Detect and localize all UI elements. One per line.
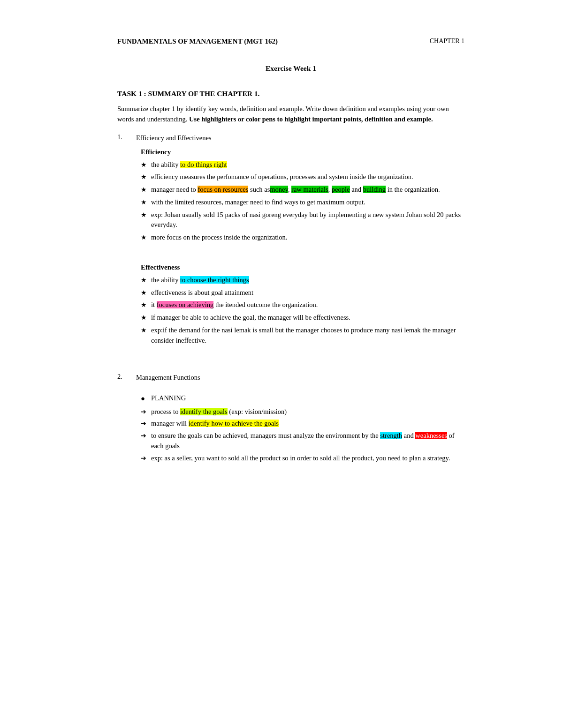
effectiveness-item-2: ★ effectiveness is about goal attainment [141, 288, 464, 298]
planning-arrow-2-text: manager will identify how to achieve the… [151, 419, 464, 429]
highlight-weaknesses: weaknesses [415, 432, 447, 439]
planning-arrow-4: ➔ exp: as a seller, you want to sold all… [141, 453, 464, 464]
numbered-item-1: 1. Efficiency and Effectivenes [117, 133, 464, 143]
effectiveness-item-1: ★ the ability to choose the right things [141, 275, 464, 285]
item-1-num: 1. [117, 133, 136, 143]
highlight-people: people [332, 186, 350, 193]
numbered-item-2: 2. Management Functions [117, 373, 464, 383]
effectiveness-item-2-text: effectiveness is about goal attainment [151, 288, 464, 298]
page: FUNDAMENTALS OF MANAGEMENT (MGT 162) CHA… [70, 0, 493, 503]
spacer-4 [117, 388, 464, 393]
highlight-raw-materials: raw materials [291, 186, 328, 193]
highlight-building: building [363, 186, 386, 193]
planning-arrow-1-text: process to identify the goals (exp: visi… [151, 407, 464, 417]
star-icon-4: ★ [141, 197, 151, 207]
highlight-strength: strength [380, 432, 402, 439]
planning-arrow-3: ➔ to ensure the goals can be achieved, m… [141, 431, 464, 451]
effectiveness-item-5: ★ exp:if the demand for the nasi lemak i… [141, 325, 464, 346]
header: FUNDAMENTALS OF MANAGEMENT (MGT 162) CHA… [117, 38, 464, 45]
highlight-todo-things-right: to do things right [180, 161, 227, 168]
effectiveness-item-3-text: it focuses on achieving the itended outc… [151, 300, 464, 310]
effectiveness-item-4-text: if manager be able to achieve the goal, … [151, 313, 464, 323]
planning-label: PLANNING [151, 393, 186, 404]
chapter-label: CHAPTER 1 [430, 38, 464, 45]
efficiency-item-5: ★ exp: Johan usually sold 15 packs of na… [141, 210, 464, 231]
arrow-icon-4: ➔ [141, 453, 151, 463]
effectiveness-item-5-text: exp:if the demand for the nasi lemak is … [151, 325, 464, 346]
efficiency-item-6-text: more focus on the process inside the org… [151, 233, 464, 243]
efficiency-item-6: ★ more focus on the process inside the o… [141, 233, 464, 243]
item-1-label: Efficiency and Effectivenes [136, 133, 212, 143]
star-icon-5: ★ [141, 210, 151, 220]
spacer-3 [117, 361, 464, 373]
spacer-1 [117, 248, 464, 259]
star-icon-e1: ★ [141, 275, 151, 285]
highlight-focuses-achieving: focuses on achieving [157, 301, 214, 308]
star-icon-e5: ★ [141, 325, 151, 335]
effectiveness-item-3: ★ it focuses on achieving the itended ou… [141, 300, 464, 310]
intro-text-bold: Use highlighters or color pens to highli… [189, 115, 433, 123]
star-icon-6: ★ [141, 233, 151, 242]
star-icon-2: ★ [141, 172, 151, 182]
efficiency-item-2: ★ efficiency measures the perfomance of … [141, 172, 464, 182]
star-icon-e2: ★ [141, 288, 151, 298]
highlight-focus-resources: focus on resources [198, 186, 248, 193]
spacer-2 [117, 350, 464, 361]
planning-bullet-list: ● PLANNING [117, 393, 464, 404]
exercise-title: Exercise Week 1 [117, 64, 464, 73]
efficiency-item-4-text: with the limited resources, manager need… [151, 197, 464, 208]
effectiveness-item-1-text: the ability to choose the right things [151, 275, 464, 285]
efficiency-item-5-text: exp: Johan usually sold 15 packs of nasi… [151, 210, 464, 231]
highlight-money: money [270, 186, 288, 193]
efficiency-item-1: ★ the ability to do things right [141, 160, 464, 170]
efficiency-heading: Efficiency [117, 148, 464, 156]
efficiency-item-3: ★ manager need to focus on resources suc… [141, 185, 464, 195]
intro-paragraph: Summarize chapter 1 by identify key word… [117, 104, 464, 125]
highlight-identify-achieve: identify how to achieve the goals [189, 420, 279, 427]
arrow-icon-2: ➔ [141, 419, 151, 428]
star-icon-3: ★ [141, 185, 151, 195]
star-icon-e3: ★ [141, 300, 151, 310]
efficiency-item-2-text: efficiency measures the perfomance of op… [151, 172, 464, 182]
bullet-icon: ● [141, 393, 151, 404]
efficiency-item-3-text: manager need to focus on resources such … [151, 185, 464, 195]
item-2-label: Management Functions [136, 373, 200, 383]
planning-arrow-2: ➔ manager will identify how to achieve t… [141, 419, 464, 429]
highlight-identify-goals: identify the goals [180, 408, 228, 415]
planning-arrow-list: ➔ process to identify the goals (exp: vi… [117, 407, 464, 464]
arrow-icon-3: ➔ [141, 431, 151, 441]
efficiency-item-4: ★ with the limited resources, manager ne… [141, 197, 464, 208]
planning-arrow-3-text: to ensure the goals can be achieved, man… [151, 431, 464, 451]
task1-heading: TASK 1 : SUMMARY OF THE CHAPTER 1. [117, 90, 464, 98]
star-icon-1: ★ [141, 160, 151, 170]
planning-arrow-4-text: exp: as a seller, you want to sold all t… [151, 453, 464, 464]
efficiency-list: ★ the ability to do things right ★ effic… [117, 160, 464, 243]
planning-arrow-1: ➔ process to identify the goals (exp: vi… [141, 407, 464, 417]
document-title: FUNDAMENTALS OF MANAGEMENT (MGT 162) [117, 38, 278, 45]
effectiveness-heading: Effectiveness [117, 263, 464, 271]
arrow-icon-1: ➔ [141, 407, 151, 417]
effectiveness-list: ★ the ability to choose the right things… [117, 275, 464, 346]
star-icon-e4: ★ [141, 313, 151, 323]
effectiveness-item-4: ★ if manager be able to achieve the goal… [141, 313, 464, 323]
planning-bullet-item: ● PLANNING [141, 393, 464, 404]
efficiency-item-1-text: the ability to do things right [151, 160, 464, 170]
item-2-num: 2. [117, 373, 136, 383]
highlight-choose-right-things: to choose the right things [180, 276, 249, 284]
